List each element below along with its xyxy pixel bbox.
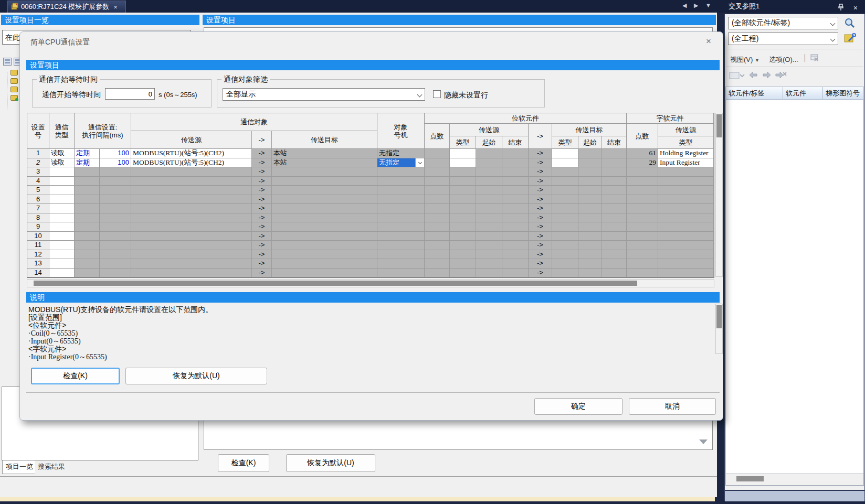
cell-word_type[interactable]: [658, 250, 714, 260]
cell-bt_end[interactable]: [602, 177, 627, 186]
cell-dropdown-icon[interactable]: [415, 158, 424, 167]
cell-bt_type[interactable]: [552, 222, 578, 232]
cell-bt_start[interactable]: [578, 158, 602, 168]
cell-no[interactable]: 2: [27, 158, 49, 168]
cell-arrow2[interactable]: ->: [529, 269, 552, 278]
cell-bs_start[interactable]: [476, 186, 502, 195]
cell-src[interactable]: [131, 232, 252, 241]
cell-comm[interactable]: 定期: [75, 149, 100, 158]
cell-target[interactable]: 无指定: [377, 149, 425, 158]
cell-target[interactable]: [377, 204, 425, 213]
tab-project-list[interactable]: 项目一览: [2, 460, 37, 474]
cell-type[interactable]: [49, 195, 75, 205]
ok-button[interactable]: 确定: [534, 398, 623, 415]
cell-comm[interactable]: [75, 259, 100, 269]
cell-interval[interactable]: [100, 259, 131, 269]
cell-bit_pts[interactable]: [425, 149, 450, 158]
cell-arrow2[interactable]: ->: [529, 204, 552, 213]
cell-bs_end[interactable]: [502, 213, 529, 223]
tab-search-result[interactable]: 搜索结果: [35, 460, 68, 474]
cell-target[interactable]: [377, 241, 425, 250]
cell-word_type[interactable]: Input Register: [658, 158, 714, 168]
cell-type[interactable]: [49, 213, 75, 223]
cell-dst[interactable]: [272, 269, 377, 278]
cell-bt_start[interactable]: [578, 250, 602, 260]
cell-bt_end[interactable]: [602, 222, 627, 232]
cell-comm[interactable]: [75, 222, 100, 232]
cell-arrow1[interactable]: ->: [252, 167, 272, 177]
cell-bs_end[interactable]: [502, 259, 529, 269]
view-menu[interactable]: 视图(V) ▼: [730, 55, 759, 65]
cell-bs_type[interactable]: [450, 195, 476, 205]
cell-bs_start[interactable]: [476, 250, 502, 260]
cell-word_pts[interactable]: [627, 186, 658, 195]
cell-src[interactable]: [131, 269, 252, 278]
cell-word_pts[interactable]: [627, 250, 658, 260]
cell-arrow1[interactable]: ->: [252, 186, 272, 195]
cell-src[interactable]: [131, 186, 252, 195]
cell-no[interactable]: 12: [27, 250, 49, 260]
cell-interval[interactable]: [100, 204, 131, 213]
cell-target[interactable]: [377, 177, 425, 186]
cell-no[interactable]: 1: [27, 149, 49, 158]
cell-interval[interactable]: [100, 241, 131, 250]
wait-time-input[interactable]: [105, 88, 155, 100]
cell-target[interactable]: [377, 222, 425, 232]
cell-arrow1[interactable]: ->: [252, 269, 272, 278]
cell-bs_type[interactable]: [450, 149, 476, 158]
cell-word_pts[interactable]: 61: [627, 149, 658, 158]
cell-bit_pts[interactable]: [425, 167, 450, 177]
display-filter-dropdown[interactable]: 全部显示: [223, 88, 425, 101]
cell-bs_start[interactable]: [476, 158, 502, 168]
cell-arrow2[interactable]: ->: [529, 213, 552, 223]
table-vertical-scrollbar[interactable]: [715, 113, 723, 277]
chevron-down-icon[interactable]: [827, 33, 838, 45]
cell-dst[interactable]: [272, 204, 377, 213]
cell-no[interactable]: 3: [27, 167, 49, 177]
cell-dst[interactable]: [272, 177, 377, 186]
cell-arrow1[interactable]: ->: [252, 158, 272, 168]
cell-arrow2[interactable]: ->: [529, 195, 552, 205]
cell-type[interactable]: [49, 167, 75, 177]
cell-word_type[interactable]: [658, 167, 714, 177]
cell-arrow1[interactable]: ->: [252, 250, 272, 260]
device-filter-dropdown[interactable]: (全部软元件/标签): [728, 17, 838, 29]
cell-bs_type[interactable]: [450, 250, 476, 260]
cell-src[interactable]: [131, 259, 252, 269]
cell-bit_pts[interactable]: [425, 269, 450, 278]
scrollbar-thumb[interactable]: [716, 114, 722, 137]
cell-src[interactable]: [131, 167, 252, 177]
cell-bt_start[interactable]: [578, 186, 602, 195]
cell-bit_pts[interactable]: [425, 250, 450, 260]
cell-arrow1[interactable]: ->: [252, 222, 272, 232]
cell-src[interactable]: [131, 222, 252, 232]
cell-word_pts[interactable]: [627, 259, 658, 269]
cell-word_pts[interactable]: [627, 269, 658, 278]
cell-dst[interactable]: [272, 213, 377, 223]
cell-target[interactable]: [377, 259, 425, 269]
cell-interval[interactable]: [100, 222, 131, 232]
cell-bt_start[interactable]: [578, 269, 602, 278]
cell-bt_type[interactable]: [552, 259, 578, 269]
cell-type[interactable]: [49, 259, 75, 269]
cell-bt_type[interactable]: [552, 250, 578, 260]
cell-comm[interactable]: [75, 195, 100, 205]
cell-bit_pts[interactable]: [425, 232, 450, 241]
cell-dst[interactable]: [272, 222, 377, 232]
cell-bs_end[interactable]: [502, 241, 529, 250]
scrollbar-thumb[interactable]: [736, 476, 764, 481]
cell-src[interactable]: [131, 213, 252, 223]
cell-no[interactable]: 9: [27, 222, 49, 232]
cell-bs_type[interactable]: [450, 177, 476, 186]
cell-bs_start[interactable]: [476, 204, 502, 213]
cell-bs_end[interactable]: [502, 204, 529, 213]
cell-bt_end[interactable]: [602, 250, 627, 260]
cell-bit_pts[interactable]: [425, 213, 450, 223]
cell-bt_start[interactable]: [578, 167, 602, 177]
cell-arrow2[interactable]: ->: [529, 177, 552, 186]
cell-type[interactable]: [49, 204, 75, 213]
cell-bit_pts[interactable]: [425, 177, 450, 186]
cell-arrow2[interactable]: ->: [529, 259, 552, 269]
cell-bt_start[interactable]: [578, 241, 602, 250]
cell-bs_end[interactable]: [502, 195, 529, 205]
